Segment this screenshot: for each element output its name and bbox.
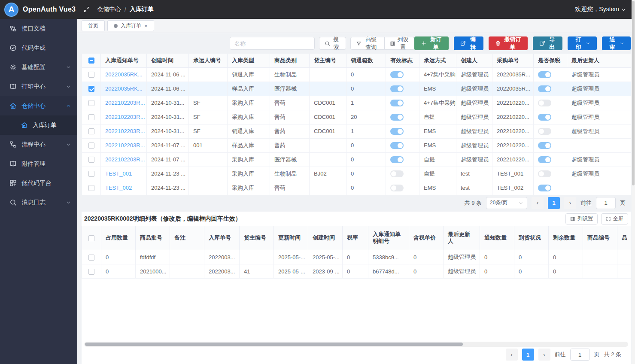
sidebar-item-接口文档[interactable]: 接口文档 [0, 19, 77, 38]
cell-text: CDC001 [314, 100, 335, 106]
valid-flag-toggle[interactable] [390, 85, 404, 92]
goto-page-input[interactable] [596, 197, 616, 209]
valid-flag-toggle[interactable] [390, 185, 404, 191]
close-icon[interactable]: × [144, 23, 148, 29]
cell: EMS [419, 181, 456, 195]
page-size-select[interactable]: 20条/页 [486, 197, 527, 209]
bonded-toggle[interactable] [538, 114, 551, 121]
tab-首页[interactable]: 首页 [82, 20, 105, 31]
order-no-link[interactable]: 2022102203R... [105, 100, 145, 106]
sidebar-item-仓储中心[interactable]: 仓储中心 [0, 96, 77, 115]
table-row[interactable]: 2022102203R...2024-11-07 ...采购入库医疗器械0自提超… [82, 152, 631, 167]
search-input[interactable] [230, 37, 315, 50]
submit-review-button[interactable]: 送审 [602, 36, 631, 50]
row-checkbox[interactable] [88, 114, 94, 120]
order-no-link[interactable]: TEST_002 [105, 185, 132, 191]
bonded-toggle[interactable] [538, 85, 551, 92]
cell-text: 0 [351, 85, 354, 92]
sidebar-item-消息日志[interactable]: 消息日志 [0, 193, 77, 212]
window-scrollbar[interactable] [632, 0, 635, 364]
detail-select-all-checkbox[interactable] [88, 235, 94, 241]
next-page-button[interactable]: › [564, 197, 576, 209]
sidebar-item-代码生成[interactable]: 代码生成 [0, 38, 77, 58]
bonded-toggle[interactable] [538, 156, 551, 163]
user-menu[interactable]: 欢迎您，System [575, 6, 626, 13]
scrollbar-thumb[interactable] [85, 343, 463, 346]
table-row[interactable]: 2022102203R...2024-10-31...SF销退入库普药CDC00… [82, 124, 631, 138]
detail-table-row[interactable]: 02021000...2022003...412025-05-...2023-0… [82, 264, 631, 279]
row-checkbox[interactable] [88, 255, 94, 261]
row-checkbox[interactable] [88, 157, 94, 163]
table-row[interactable]: 2022102203R...2024-10-31...SF采购入库普药CDC00… [82, 110, 631, 124]
sidebar-item-label: 低代码平台 [21, 179, 71, 187]
sidebar-item-基础配置[interactable]: 基础配置 [0, 58, 77, 77]
window-scrollbar-thumb[interactable] [632, 1, 635, 185]
row-checkbox[interactable] [88, 72, 94, 78]
bonded-toggle[interactable] [538, 142, 551, 149]
order-no-link[interactable]: 2022102203R... [105, 156, 145, 163]
cell: 2024-11-23 ... [147, 181, 189, 195]
row-checkbox[interactable] [88, 171, 94, 177]
bonded-toggle[interactable] [538, 185, 551, 191]
detail-prev-page-button[interactable]: ‹ [506, 349, 518, 361]
detail-column-settings-button[interactable]: 列设置 [565, 213, 598, 224]
row-checkbox[interactable] [88, 128, 94, 134]
sidebar-item-流程中心[interactable]: 流程中心 [0, 135, 77, 154]
detail-goto-page-input[interactable] [570, 349, 590, 361]
bonded-toggle[interactable] [538, 100, 551, 106]
sidebar-collapse-icon[interactable] [83, 6, 90, 13]
valid-flag-toggle[interactable] [390, 142, 404, 149]
valid-flag-toggle[interactable] [390, 170, 404, 177]
row-checkbox[interactable] [88, 100, 94, 106]
search-button[interactable]: 搜索 [319, 37, 346, 50]
horizontal-scrollbar[interactable] [84, 342, 628, 347]
print-button[interactable]: 打印 [568, 36, 596, 50]
export-button[interactable]: 导出 [533, 36, 562, 50]
valid-flag-toggle[interactable] [390, 114, 404, 121]
edit-button[interactable]: 编辑 [454, 36, 483, 50]
bonded-toggle[interactable] [538, 128, 551, 135]
prev-page-button[interactable]: ‹ [532, 197, 544, 209]
table-row[interactable]: 20220035RK...2024-11-06 ...样品入库医疗器械0EMS超… [82, 82, 631, 96]
table-row[interactable]: 2022102203R...2024-11-07 ...001样品入库普药0EM… [82, 138, 631, 152]
order-no-link[interactable]: 2022102203R... [105, 142, 145, 149]
row-checkbox[interactable] [88, 269, 94, 275]
valid-flag-toggle[interactable] [390, 100, 404, 106]
valid-flag-toggle[interactable] [390, 71, 404, 78]
valid-flag-toggle[interactable] [390, 128, 404, 135]
fullscreen-button[interactable]: 全屏 [601, 213, 628, 224]
order-no-link[interactable]: 20220035RK... [105, 85, 143, 92]
detail-next-page-button[interactable]: › [538, 349, 550, 361]
table-row[interactable]: TEST_0022024-11-23 ...采购入库普药0EMStestTEST… [82, 181, 631, 195]
row-checkbox[interactable] [88, 185, 94, 191]
detail-current-page-button[interactable]: 1 [522, 349, 534, 361]
advanced-query-button[interactable]: 高级查询 [350, 37, 385, 50]
cell-text: 2024-11-23 ... [151, 170, 185, 177]
current-page-button[interactable]: 1 [548, 197, 560, 209]
select-all-checkbox[interactable] [88, 58, 94, 64]
cancel-order-button[interactable]: 撤销订单 [489, 36, 528, 50]
table-row[interactable]: TEST_0012024-11-23 ...采购入库生物制品BJ020自提tes… [82, 167, 631, 181]
sidebar-item-附件管理[interactable]: 附件管理 [0, 154, 77, 173]
order-no-link[interactable]: 2022102203R... [105, 114, 145, 120]
order-no-link[interactable]: 20220035RK... [105, 71, 143, 78]
valid-flag-toggle[interactable] [390, 156, 404, 163]
new-order-button[interactable]: 新订单 [414, 36, 449, 50]
sidebar-item-入库订单[interactable]: 入库订单 [0, 115, 77, 135]
row-checkbox[interactable] [88, 143, 94, 149]
order-no-link[interactable]: 2022102203R... [105, 128, 145, 134]
row-checkbox[interactable] [88, 86, 94, 92]
cell [534, 181, 567, 195]
table-row[interactable]: 20220035RK...2024-11-06 ...销退入库生物制品04+7集… [82, 67, 631, 82]
table-row[interactable]: 2022102203R...2024-10-31...SF采购入库普药CDC00… [82, 96, 631, 110]
column-settings-button[interactable]: 列设置 [385, 37, 414, 50]
order-no-link[interactable]: TEST_001 [105, 170, 132, 177]
bonded-toggle[interactable] [538, 71, 551, 78]
row-select-cell [82, 96, 101, 110]
sidebar-item-低代码平台[interactable]: 低代码平台 [0, 173, 77, 193]
tab-入库订单[interactable]: 入库订单× [107, 20, 154, 31]
sidebar-item-打印中心[interactable]: 打印中心 [0, 77, 77, 96]
bonded-toggle[interactable] [538, 170, 551, 177]
cell: 生物制品 [270, 67, 310, 82]
detail-table-row[interactable]: 0fdfdfdf2022003...2025-05-...2025-05-...… [82, 250, 631, 264]
